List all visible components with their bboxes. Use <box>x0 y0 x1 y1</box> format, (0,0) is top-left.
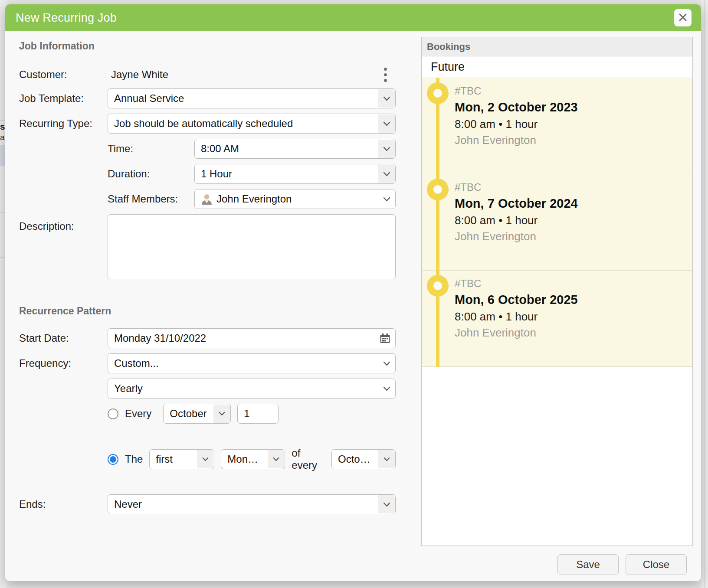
booking-staff: John Everington <box>455 230 688 243</box>
customer-label: Customer: <box>19 69 108 81</box>
background-page-right-sliver <box>701 0 708 588</box>
job-template-select[interactable]: Annual Service <box>108 88 396 108</box>
job-form: Job Information Customer: Jayne White Jo… <box>19 37 396 581</box>
frequency-value: Custom... <box>114 357 159 369</box>
time-select[interactable]: 8:00 AM <box>194 139 396 159</box>
every-month-value: October <box>170 408 206 420</box>
frequency-unit-select[interactable]: Yearly <box>108 379 396 399</box>
every-month-select[interactable]: October <box>163 404 231 424</box>
duration-label: Duration: <box>108 168 194 180</box>
chevron-down-icon <box>268 450 284 468</box>
duration-row: Duration: 1 Hour <box>108 164 396 184</box>
booking-time: 8:00 am • 1 hour <box>455 118 688 131</box>
bookings-group-future: Future <box>422 56 692 78</box>
ordinal-value: first <box>156 453 173 465</box>
description-label: Description: <box>19 220 108 232</box>
chevron-down-icon <box>378 165 395 183</box>
frequency-unit-row: Yearly <box>108 379 396 399</box>
nth-month-value: October <box>338 453 374 465</box>
bookings-panel-title: Bookings <box>427 41 470 52</box>
recurring-type-value: Job should be automatically scheduled <box>114 118 293 130</box>
chevron-down-icon <box>378 140 395 158</box>
background-divider <box>701 74 708 74</box>
description-textarea[interactable] <box>108 214 396 279</box>
customer-row: Customer: Jayne White <box>19 66 396 83</box>
background-divider <box>704 0 705 588</box>
section-title-job-information: Job Information <box>19 40 396 52</box>
timeline-node-icon <box>427 179 449 200</box>
every-day-input[interactable] <box>237 404 279 424</box>
recurring-type-select[interactable]: Job should be automatically scheduled <box>108 114 396 134</box>
timeline-node-icon <box>427 275 449 297</box>
start-date-label: Start Date: <box>19 332 108 344</box>
ends-label: Ends: <box>19 498 108 510</box>
staff-members-label: Staff Members: <box>108 193 194 205</box>
recurring-type-label: Recurring Type: <box>19 118 108 130</box>
duration-value: 1 Hour <box>201 168 232 180</box>
description-row: Description: <box>19 214 396 281</box>
every-month-day-option: Every October <box>108 404 396 424</box>
job-template-row: Job Template: Annual Service <box>19 88 396 108</box>
booking-ref: #TBC <box>455 181 688 193</box>
frequency-row: Frequency: Custom... <box>19 353 396 373</box>
staff-avatar-icon <box>201 193 213 205</box>
ordinal-select[interactable]: first <box>149 449 214 469</box>
frequency-label: Frequency: <box>19 357 108 369</box>
calendar-icon[interactable] <box>379 329 391 348</box>
dialog-title: New Recurring Job <box>16 11 117 25</box>
booking-time: 8:00 am • 1 hour <box>455 310 688 323</box>
booking-ref: #TBC <box>455 85 688 97</box>
booking-item[interactable]: #TBC Mon, 2 October 2023 8:00 am • 1 hou… <box>422 78 692 174</box>
dialog-close-button[interactable] <box>674 9 692 26</box>
timeline-node-icon <box>427 82 449 104</box>
chevron-down-icon <box>213 405 230 423</box>
time-label: Time: <box>108 143 194 155</box>
close-button[interactable]: Close <box>626 554 687 575</box>
frequency-select[interactable]: Custom... <box>108 353 396 373</box>
chevron-down-icon <box>378 354 395 372</box>
start-date-row: Start Date: Monday 31/10/2022 <box>19 328 396 348</box>
close-icon <box>678 13 688 23</box>
frequency-unit-value: Yearly <box>114 382 143 395</box>
time-value: 8:00 AM <box>201 143 239 155</box>
ends-value: Never <box>114 498 142 510</box>
booking-date: Mon, 2 October 2023 <box>455 100 688 114</box>
chevron-down-icon <box>378 450 395 468</box>
start-date-input[interactable]: Monday 31/10/2022 <box>108 328 396 348</box>
dialog-footer: Save Close <box>421 554 693 575</box>
chevron-down-icon <box>378 495 395 513</box>
job-template-label: Job Template: <box>19 92 108 105</box>
background-text-fragment: s <box>0 121 5 132</box>
every-option-radio[interactable] <box>108 408 118 419</box>
ends-select[interactable]: Never <box>108 494 396 514</box>
nth-option-radio[interactable] <box>108 454 118 465</box>
start-date-value: Monday 31/10/2022 <box>114 332 206 344</box>
booking-date: Mon, 6 October 2025 <box>455 293 688 307</box>
staff-members-select[interactable]: John Everington <box>194 189 396 209</box>
nth-month-select[interactable]: October <box>331 449 396 469</box>
weekday-select[interactable]: Monday <box>221 449 285 469</box>
booking-item[interactable]: #TBC Mon, 7 October 2024 8:00 am • 1 hou… <box>422 174 692 271</box>
more-options-icon[interactable] <box>380 66 391 84</box>
dialog-titlebar: New Recurring Job <box>5 4 701 31</box>
booking-date: Mon, 7 October 2024 <box>455 196 688 211</box>
bookings-panel: Bookings Future #TBC Mon, 2 October 2023… <box>421 37 693 546</box>
new-recurring-job-dialog: New Recurring Job Job Information Custom… <box>5 4 701 581</box>
ends-row: Ends: Never <box>19 494 396 514</box>
booking-time: 8:00 am • 1 hour <box>455 214 688 227</box>
recurring-type-row: Recurring Type: Job should be automatica… <box>19 114 396 134</box>
save-button[interactable]: Save <box>557 554 619 575</box>
weekday-value: Monday <box>227 453 263 465</box>
every-option-label: Every <box>125 408 151 420</box>
section-title-recurrence-pattern: Recurrence Pattern <box>19 305 396 317</box>
duration-select[interactable]: 1 Hour <box>194 164 396 184</box>
staff-members-value: John Everington <box>216 193 292 205</box>
chevron-down-icon <box>378 114 395 133</box>
job-template-value: Annual Service <box>114 92 184 105</box>
time-row: Time: 8:00 AM <box>108 139 396 159</box>
chevron-down-icon <box>378 379 395 398</box>
chevron-down-icon <box>197 450 213 468</box>
bookings-group-title: Future <box>431 60 465 74</box>
booking-item[interactable]: #TBC Mon, 6 October 2025 8:00 am • 1 hou… <box>422 271 692 367</box>
chevron-down-icon <box>378 190 395 208</box>
